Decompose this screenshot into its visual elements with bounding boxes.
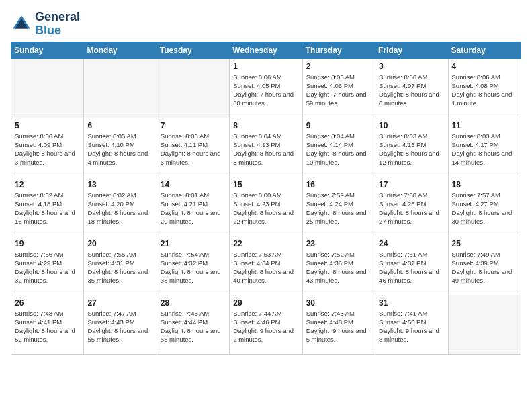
day-number: 29 [233,298,298,308]
week-row-0: 1Sunrise: 8:06 AM Sunset: 4:05 PM Daylig… [11,58,521,118]
weekday-header-thursday: Thursday [302,42,375,58]
weekday-header-row: SundayMondayTuesdayWednesdayThursdayFrid… [11,42,521,58]
cell-detail: Sunrise: 7:59 AM Sunset: 4:24 PM Dayligh… [306,191,371,226]
day-number: 26 [15,298,80,308]
calendar-cell [84,58,157,118]
calendar-cell: 9Sunrise: 8:04 AM Sunset: 4:14 PM Daylig… [302,118,375,177]
cell-detail: Sunrise: 7:56 AM Sunset: 4:29 PM Dayligh… [15,250,80,285]
weekday-header-sunday: Sunday [11,42,84,58]
logo-icon [11,13,32,35]
day-number: 8 [233,121,298,130]
cell-detail: Sunrise: 8:05 AM Sunset: 4:10 PM Dayligh… [87,132,152,167]
calendar-cell: 12Sunrise: 8:02 AM Sunset: 4:18 PM Dayli… [11,177,84,236]
calendar-cell: 24Sunrise: 7:51 AM Sunset: 4:37 PM Dayli… [375,236,448,295]
day-number: 24 [379,239,444,248]
calendar-cell: 29Sunrise: 7:44 AM Sunset: 4:46 PM Dayli… [230,295,302,354]
weekday-header-saturday: Saturday [448,42,521,58]
day-number: 4 [452,62,517,71]
calendar-cell: 4Sunrise: 8:06 AM Sunset: 4:08 PM Daylig… [448,58,521,118]
cell-detail: Sunrise: 8:06 AM Sunset: 4:08 PM Dayligh… [452,73,517,108]
cell-detail: Sunrise: 7:53 AM Sunset: 4:34 PM Dayligh… [233,250,298,285]
calendar-cell: 23Sunrise: 7:52 AM Sunset: 4:36 PM Dayli… [302,236,375,295]
calendar: SundayMondayTuesdayWednesdayThursdayFrid… [11,42,521,355]
cell-detail: Sunrise: 8:05 AM Sunset: 4:11 PM Dayligh… [161,132,226,167]
day-number: 12 [15,180,80,189]
cell-detail: Sunrise: 7:48 AM Sunset: 4:41 PM Dayligh… [15,309,80,345]
calendar-cell: 22Sunrise: 7:53 AM Sunset: 4:34 PM Dayli… [230,236,302,295]
calendar-cell: 7Sunrise: 8:05 AM Sunset: 4:11 PM Daylig… [157,118,229,177]
calendar-cell: 13Sunrise: 8:02 AM Sunset: 4:20 PM Dayli… [84,177,157,236]
cell-detail: Sunrise: 8:04 AM Sunset: 4:14 PM Dayligh… [306,132,371,167]
calendar-cell: 3Sunrise: 8:06 AM Sunset: 4:07 PM Daylig… [375,58,448,118]
cell-detail: Sunrise: 8:01 AM Sunset: 4:21 PM Dayligh… [161,191,226,226]
calendar-cell: 28Sunrise: 7:45 AM Sunset: 4:44 PM Dayli… [157,295,229,354]
day-number: 20 [87,239,152,248]
calendar-cell: 11Sunrise: 8:03 AM Sunset: 4:17 PM Dayli… [448,118,521,177]
calendar-cell [448,295,521,354]
week-row-3: 19Sunrise: 7:56 AM Sunset: 4:29 PM Dayli… [11,236,521,295]
calendar-cell [157,58,229,118]
cell-detail: Sunrise: 7:58 AM Sunset: 4:26 PM Dayligh… [379,191,444,226]
cell-detail: Sunrise: 7:43 AM Sunset: 4:48 PM Dayligh… [306,309,371,345]
day-number: 21 [161,239,226,248]
cell-detail: Sunrise: 8:06 AM Sunset: 4:09 PM Dayligh… [15,132,80,167]
calendar-cell: 8Sunrise: 8:04 AM Sunset: 4:13 PM Daylig… [230,118,302,177]
cell-detail: Sunrise: 7:49 AM Sunset: 4:39 PM Dayligh… [452,250,517,285]
calendar-cell: 5Sunrise: 8:06 AM Sunset: 4:09 PM Daylig… [11,118,84,177]
cell-detail: Sunrise: 7:51 AM Sunset: 4:37 PM Dayligh… [379,250,444,285]
day-number: 16 [306,180,371,189]
week-row-4: 26Sunrise: 7:48 AM Sunset: 4:41 PM Dayli… [11,295,521,354]
cell-detail: Sunrise: 8:03 AM Sunset: 4:15 PM Dayligh… [379,132,444,167]
cell-detail: Sunrise: 7:44 AM Sunset: 4:46 PM Dayligh… [233,309,298,345]
day-number: 1 [233,62,298,71]
cell-detail: Sunrise: 8:06 AM Sunset: 4:05 PM Dayligh… [233,73,298,108]
day-number: 18 [452,180,517,189]
cell-detail: Sunrise: 7:47 AM Sunset: 4:43 PM Dayligh… [87,309,152,345]
day-number: 9 [306,121,371,130]
calendar-cell: 14Sunrise: 8:01 AM Sunset: 4:21 PM Dayli… [157,177,229,236]
cell-detail: Sunrise: 7:52 AM Sunset: 4:36 PM Dayligh… [306,250,371,285]
logo-text: General Blue [35,11,80,38]
day-number: 3 [379,62,444,71]
calendar-cell: 18Sunrise: 7:57 AM Sunset: 4:27 PM Dayli… [448,177,521,236]
logo: General Blue [11,11,80,38]
weekday-header-wednesday: Wednesday [230,42,302,58]
calendar-cell: 17Sunrise: 7:58 AM Sunset: 4:26 PM Dayli… [375,177,448,236]
calendar-cell: 25Sunrise: 7:49 AM Sunset: 4:39 PM Dayli… [448,236,521,295]
cell-detail: Sunrise: 7:45 AM Sunset: 4:44 PM Dayligh… [161,309,226,345]
cell-detail: Sunrise: 8:00 AM Sunset: 4:23 PM Dayligh… [233,191,298,226]
calendar-cell: 21Sunrise: 7:54 AM Sunset: 4:32 PM Dayli… [157,236,229,295]
cell-detail: Sunrise: 8:03 AM Sunset: 4:17 PM Dayligh… [452,132,517,167]
day-number: 6 [87,121,152,130]
day-number: 25 [452,239,517,248]
calendar-cell: 30Sunrise: 7:43 AM Sunset: 4:48 PM Dayli… [302,295,375,354]
calendar-cell: 10Sunrise: 8:03 AM Sunset: 4:15 PM Dayli… [375,118,448,177]
day-number: 15 [233,180,298,189]
cell-detail: Sunrise: 8:04 AM Sunset: 4:13 PM Dayligh… [233,132,298,167]
calendar-cell: 31Sunrise: 7:41 AM Sunset: 4:50 PM Dayli… [375,295,448,354]
day-number: 11 [452,121,517,130]
day-number: 27 [87,298,152,308]
calendar-cell: 6Sunrise: 8:05 AM Sunset: 4:10 PM Daylig… [84,118,157,177]
day-number: 17 [379,180,444,189]
day-number: 28 [161,298,226,308]
day-number: 7 [161,121,226,130]
week-row-1: 5Sunrise: 8:06 AM Sunset: 4:09 PM Daylig… [11,118,521,177]
header: General Blue [11,11,521,38]
day-number: 14 [161,180,226,189]
calendar-cell: 2Sunrise: 8:06 AM Sunset: 4:06 PM Daylig… [302,58,375,118]
day-number: 30 [306,298,371,308]
calendar-cell: 15Sunrise: 8:00 AM Sunset: 4:23 PM Dayli… [230,177,302,236]
weekday-header-friday: Friday [375,42,448,58]
day-number: 5 [15,121,80,130]
day-number: 19 [15,239,80,248]
cell-detail: Sunrise: 7:41 AM Sunset: 4:50 PM Dayligh… [379,309,444,345]
cell-detail: Sunrise: 8:02 AM Sunset: 4:20 PM Dayligh… [87,191,152,226]
calendar-cell: 27Sunrise: 7:47 AM Sunset: 4:43 PM Dayli… [84,295,157,354]
weekday-header-tuesday: Tuesday [157,42,229,58]
cell-detail: Sunrise: 8:02 AM Sunset: 4:18 PM Dayligh… [15,191,80,226]
cell-detail: Sunrise: 8:06 AM Sunset: 4:06 PM Dayligh… [306,73,371,108]
day-number: 23 [306,239,371,248]
calendar-cell [11,58,84,118]
cell-detail: Sunrise: 7:55 AM Sunset: 4:31 PM Dayligh… [87,250,152,285]
